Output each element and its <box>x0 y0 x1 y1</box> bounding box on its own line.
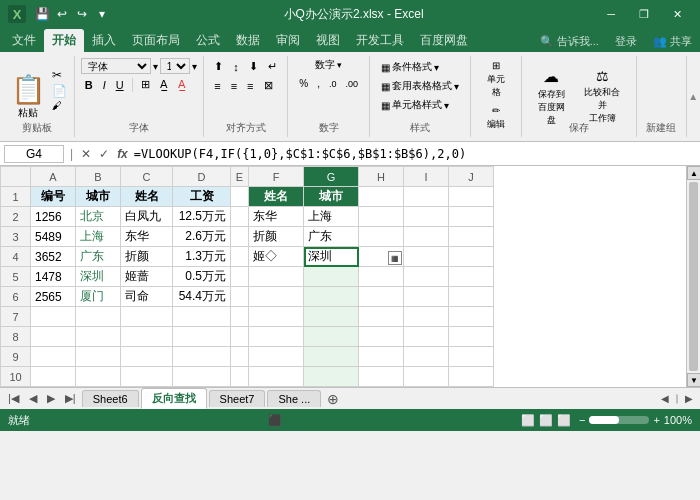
cell-c2[interactable]: 白凤九 <box>121 207 173 227</box>
cell-e4[interactable] <box>231 247 249 267</box>
cell-g3[interactable]: 广东 <box>304 227 359 247</box>
cell-e2[interactable] <box>231 207 249 227</box>
cell-j6[interactable] <box>449 287 494 307</box>
cell-d4[interactable]: 1.3万元 <box>173 247 231 267</box>
sheet-tab-sheet7[interactable]: Sheet7 <box>209 390 266 407</box>
cell-d2[interactable]: 12.5万元 <box>173 207 231 227</box>
cell-f4[interactable]: 姬◇ <box>249 247 304 267</box>
number-expand-icon[interactable]: ▾ <box>337 60 342 70</box>
font-size-select[interactable]: 11 <box>160 58 190 74</box>
comma-button[interactable]: , <box>313 76 324 91</box>
cell-c1[interactable]: 姓名 <box>121 187 173 207</box>
col-header-b[interactable]: B <box>76 167 121 187</box>
tab-review[interactable]: 审阅 <box>268 29 308 52</box>
tab-home[interactable]: 开始 <box>44 29 84 52</box>
cell-c5[interactable]: 姬蔷 <box>121 267 173 287</box>
insert-function-icon[interactable]: fx <box>115 147 130 161</box>
align-center-button[interactable]: ≡ <box>227 78 241 94</box>
cell-f5[interactable] <box>249 267 304 287</box>
percent-button[interactable]: % <box>295 76 312 91</box>
tab-insert[interactable]: 插入 <box>84 29 124 52</box>
sheet-nav-first[interactable]: |◀ <box>4 392 23 405</box>
cell-g2[interactable]: 上海 <box>304 207 359 227</box>
merge-button[interactable]: ⊠ <box>260 77 277 94</box>
save-baidu-button[interactable]: ☁ 保存到 百度网盘 <box>530 65 572 129</box>
cell-b5[interactable]: 深圳 <box>76 267 121 287</box>
font-size-expand-icon[interactable]: ▾ <box>192 61 197 72</box>
scroll-thumb[interactable] <box>689 182 698 371</box>
minimize-button[interactable]: ─ <box>597 4 625 24</box>
font-color-button[interactable]: A̲ <box>174 76 190 93</box>
cell-b3[interactable]: 上海 <box>76 227 121 247</box>
cell-j3[interactable] <box>449 227 494 247</box>
cell-d1[interactable]: 工资 <box>173 187 231 207</box>
add-sheet-button[interactable]: ⊕ <box>323 391 343 407</box>
col-header-a[interactable]: A <box>31 167 76 187</box>
align-middle-button[interactable]: ↕ <box>229 59 243 75</box>
tab-page-layout[interactable]: 页面布局 <box>124 29 188 52</box>
paste-options-icon[interactable]: ▦ <box>388 251 402 265</box>
cell-b4[interactable]: 广东 <box>76 247 121 267</box>
sheet-nav-next[interactable]: ▶ <box>43 392 59 405</box>
cell-i2[interactable] <box>404 207 449 227</box>
increase-decimal-button[interactable]: .0 <box>325 76 341 91</box>
wrap-text-button[interactable]: ↵ <box>264 58 281 75</box>
cell-g5[interactable] <box>304 267 359 287</box>
cell-i1[interactable] <box>404 187 449 207</box>
cell-a4[interactable]: 3652 <box>31 247 76 267</box>
insert-cells-button[interactable]: ⊞ 单元格 <box>479 58 513 101</box>
col-header-j[interactable]: J <box>449 167 494 187</box>
redo-qat-icon[interactable]: ↪ <box>74 6 90 22</box>
cell-i5[interactable] <box>404 267 449 287</box>
col-header-g[interactable]: G <box>304 167 359 187</box>
cut-button[interactable]: ✂ <box>52 68 67 82</box>
cell-f2[interactable]: 东华 <box>249 207 304 227</box>
spreadsheet[interactable]: A B C D E F G H I J 1 编号 城市 姓 <box>0 166 686 387</box>
col-header-d[interactable]: D <box>173 167 231 187</box>
paste-button[interactable]: 📋 粘贴 <box>7 71 50 122</box>
cell-i6[interactable] <box>404 287 449 307</box>
italic-button[interactable]: I <box>99 77 110 93</box>
cell-h6[interactable] <box>359 287 404 307</box>
cell-a1[interactable]: 编号 <box>31 187 76 207</box>
tab-baidu[interactable]: 百度网盘 <box>412 29 476 52</box>
cell-a6[interactable]: 2565 <box>31 287 76 307</box>
cell-a3[interactable]: 5489 <box>31 227 76 247</box>
cell-a7[interactable] <box>31 307 76 327</box>
zoom-slider[interactable] <box>589 416 649 424</box>
format-painter-button[interactable]: 🖌 <box>52 100 67 111</box>
zoom-out-button[interactable]: − <box>579 414 585 426</box>
cell-h4[interactable]: ▦ <box>359 247 404 267</box>
align-left-button[interactable]: ≡ <box>210 78 224 94</box>
vertical-scrollbar[interactable]: ▲ ▼ <box>686 166 700 387</box>
cell-d5[interactable]: 0.5万元 <box>173 267 231 287</box>
normal-view-button[interactable]: ⬜ <box>521 414 535 427</box>
cancel-formula-icon[interactable]: ✕ <box>79 147 93 161</box>
cell-a9[interactable] <box>31 347 76 367</box>
close-button[interactable]: ✕ <box>663 4 692 25</box>
ribbon-collapse-button[interactable]: ▲ <box>687 56 700 137</box>
cell-styles-button[interactable]: ▦ 单元格样式 ▾ <box>376 96 454 114</box>
formula-input[interactable] <box>134 147 696 161</box>
cell-h1[interactable] <box>359 187 404 207</box>
cell-b2[interactable]: 北京 <box>76 207 121 227</box>
font-expand-icon[interactable]: ▾ <box>153 61 158 72</box>
tab-file[interactable]: 文件 <box>4 29 44 52</box>
font-name-select[interactable]: 字体 <box>81 58 151 74</box>
cell-f1[interactable]: 姓名 <box>249 187 304 207</box>
align-right-button[interactable]: ≡ <box>243 78 257 94</box>
sheet-tab-sheet6[interactable]: Sheet6 <box>82 390 139 407</box>
bold-button[interactable]: B <box>81 77 97 93</box>
scroll-left-button[interactable]: ◀ <box>658 393 672 404</box>
cell-b1[interactable]: 城市 <box>76 187 121 207</box>
sheet-nav-prev[interactable]: ◀ <box>25 392 41 405</box>
cell-j1[interactable] <box>449 187 494 207</box>
cell-h3[interactable] <box>359 227 404 247</box>
tab-data[interactable]: 数据 <box>228 29 268 52</box>
tab-developer[interactable]: 开发工具 <box>348 29 412 52</box>
copy-button[interactable]: 📄 <box>52 84 67 98</box>
col-header-c[interactable]: C <box>121 167 173 187</box>
align-bottom-button[interactable]: ⬇ <box>245 58 262 75</box>
cell-i4[interactable] <box>404 247 449 267</box>
cell-j2[interactable] <box>449 207 494 227</box>
